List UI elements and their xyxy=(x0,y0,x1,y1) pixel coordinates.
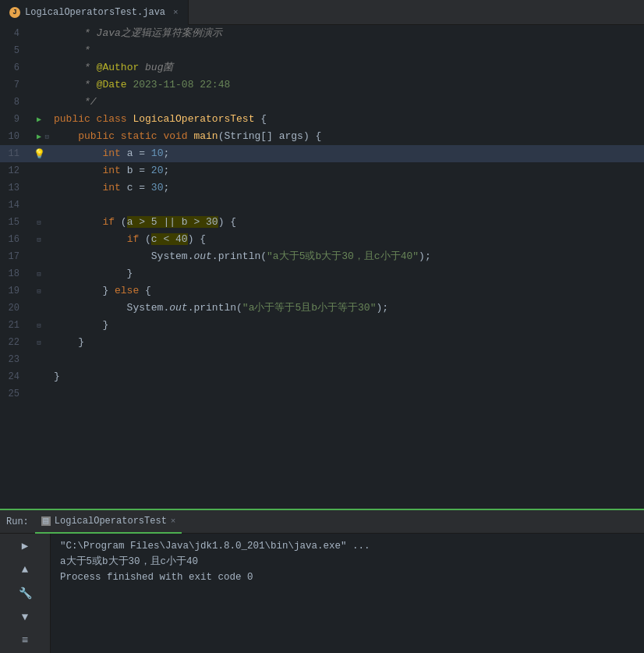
scroll-down-button[interactable]: ▼ xyxy=(19,609,30,626)
run-label: Run: xyxy=(6,516,29,527)
line-number: 6 xyxy=(0,59,27,76)
line-number: 25 xyxy=(0,385,27,403)
line-content: public static void main(String[] args) { xyxy=(51,128,644,145)
run-gutter-icon[interactable]: ▶ xyxy=(37,132,41,141)
line-gutter: ▶⊟ xyxy=(27,128,51,145)
editor-area: 4 * Java之逻辑运算符案例演示5 *6 * @Author bug菌7 *… xyxy=(0,25,644,509)
line-gutter xyxy=(27,351,51,368)
code-line: 4 * Java之逻辑运算符案例演示 xyxy=(0,25,644,42)
line-content: * xyxy=(51,42,644,59)
code-line: 25 xyxy=(0,385,644,403)
code-line: 22⊟ } xyxy=(0,334,644,351)
line-number: 5 xyxy=(0,42,27,59)
fold-icon[interactable]: ⊟ xyxy=(37,270,41,279)
line-content: int a = 10; xyxy=(51,145,644,162)
bottom-panel: Run: ▤ LogicalOperatorsTest × ▶ ▲ 🔧 ▼ ≡ … xyxy=(0,509,644,653)
fold-icon[interactable]: ⊟ xyxy=(45,133,49,141)
line-content: */ xyxy=(51,94,644,111)
line-content: * @Date 2023-11-08 22:48 xyxy=(51,76,644,94)
line-number: 9 xyxy=(0,111,27,128)
line-number: 22 xyxy=(0,334,27,351)
code-line: 14 xyxy=(0,197,644,214)
line-number: 13 xyxy=(0,179,27,197)
line-gutter xyxy=(27,385,51,403)
line-gutter xyxy=(27,25,51,42)
line-number: 10 xyxy=(0,128,27,145)
fold-icon[interactable]: ⊟ xyxy=(37,321,41,330)
scroll-up-button[interactable]: ▲ xyxy=(19,561,30,578)
line-content: int c = 30; xyxy=(51,179,644,197)
code-line: 7 * @Date 2023-11-08 22:48 xyxy=(0,76,644,94)
output-line: "C:\Program Files\Java\jdk1.8.0_201\bin\… xyxy=(60,538,635,554)
line-content xyxy=(51,385,644,403)
line-content: int b = 20; xyxy=(51,162,644,179)
line-content: } else { xyxy=(51,282,644,300)
code-line: 10▶⊟ public static void main(String[] ar… xyxy=(0,128,644,145)
line-gutter: ⊟ xyxy=(27,231,51,248)
line-gutter xyxy=(27,76,51,94)
line-gutter xyxy=(27,300,51,317)
line-gutter xyxy=(27,248,51,265)
code-line: 20 System.out.println("a小于等于5且b小于等于30"); xyxy=(0,300,644,317)
line-number: 20 xyxy=(0,300,27,317)
bottom-tab-label: LogicalOperatorsTest xyxy=(55,516,167,527)
layout-button[interactable]: ≡ xyxy=(19,632,30,649)
tab-close-button[interactable]: × xyxy=(173,8,179,17)
line-number: 23 xyxy=(0,351,27,368)
line-gutter: ⊟ xyxy=(27,334,51,351)
line-number: 8 xyxy=(0,94,27,111)
fold-icon[interactable]: ⊟ xyxy=(37,218,41,227)
settings-button[interactable]: 🔧 xyxy=(16,584,34,602)
line-gutter: 💡 xyxy=(27,145,51,162)
line-number: 7 xyxy=(0,76,27,94)
line-gutter: ▶ xyxy=(27,111,51,128)
code-line: 8 */ xyxy=(0,94,644,111)
line-number: 11 xyxy=(0,145,27,162)
line-gutter xyxy=(27,42,51,59)
bulb-icon[interactable]: 💡 xyxy=(34,148,45,160)
line-content: } xyxy=(51,334,644,351)
code-line: 23 xyxy=(0,351,644,368)
line-content: if (c < 40) { xyxy=(51,231,644,248)
bottom-tab-run[interactable]: ▤ LogicalOperatorsTest × xyxy=(35,510,182,534)
code-line: 9▶public class LogicalOperatorsTest { xyxy=(0,111,644,128)
code-line: 6 * @Author bug菌 xyxy=(0,59,644,76)
line-content xyxy=(51,197,644,214)
code-line: 19⊟ } else { xyxy=(0,282,644,300)
line-number: 4 xyxy=(0,25,27,42)
fold-icon[interactable]: ⊟ xyxy=(37,287,41,296)
line-number: 18 xyxy=(0,265,27,282)
fold-icon[interactable]: ⊟ xyxy=(37,339,41,347)
bottom-tab-bar: Run: ▤ LogicalOperatorsTest × xyxy=(0,510,644,534)
line-number: 12 xyxy=(0,162,27,179)
line-gutter: ⊟ xyxy=(27,317,51,334)
code-line: 13 int c = 30; xyxy=(0,179,644,197)
line-gutter xyxy=(27,94,51,111)
code-line: 15⊟ if (a > 5 || b > 30) { xyxy=(0,214,644,231)
line-number: 16 xyxy=(0,231,27,248)
output-area: "C:\Program Files\Java\jdk1.8.0_201\bin\… xyxy=(51,534,644,653)
fold-icon[interactable]: ⊟ xyxy=(37,236,41,244)
editor-tab[interactable]: J LogicalOperatorsTest.java × xyxy=(0,0,189,25)
line-content: } xyxy=(51,317,644,334)
line-gutter xyxy=(27,59,51,76)
line-gutter: ⊟ xyxy=(27,282,51,300)
run-button[interactable]: ▶ xyxy=(19,537,30,555)
line-content: System.out.println("a大于5或b大于30，且c小于40"); xyxy=(51,248,644,265)
code-line: 18⊟ } xyxy=(0,265,644,282)
bottom-tab-close-button[interactable]: × xyxy=(171,516,176,526)
code-line: 17 System.out.println("a大于5或b大于30，且c小于40… xyxy=(0,248,644,265)
line-number: 21 xyxy=(0,317,27,334)
line-number: 19 xyxy=(0,282,27,300)
code-lines: 4 * Java之逻辑运算符案例演示5 *6 * @Author bug菌7 *… xyxy=(0,25,644,509)
line-gutter xyxy=(27,368,51,385)
run-gutter-icon[interactable]: ▶ xyxy=(37,115,41,124)
line-number: 14 xyxy=(0,197,27,214)
line-content: public class LogicalOperatorsTest { xyxy=(51,111,644,128)
tab-bar: J LogicalOperatorsTest.java × xyxy=(0,0,644,25)
line-content: * @Author bug菌 xyxy=(51,59,644,76)
line-gutter xyxy=(27,197,51,214)
java-file-icon: J xyxy=(9,7,20,18)
line-gutter: ⊟ xyxy=(27,265,51,282)
code-line: 12 int b = 20; xyxy=(0,162,644,179)
